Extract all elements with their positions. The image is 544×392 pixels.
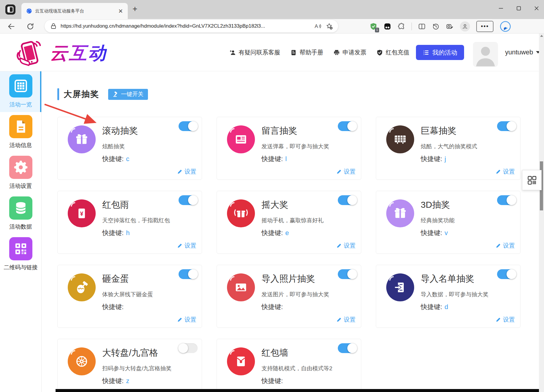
- settings-link[interactable]: 设置: [177, 316, 196, 324]
- username: yuntuweb: [505, 48, 533, 56]
- activity-toggle[interactable]: [338, 269, 357, 279]
- settings-link[interactable]: 设置: [496, 316, 515, 324]
- settings-link[interactable]: 设置: [337, 168, 356, 176]
- document-icon: [9, 115, 32, 138]
- header-nav-item[interactable]: 帮助手册: [290, 48, 323, 56]
- user-menu[interactable]: yuntuweb: [505, 48, 540, 56]
- activity-card[interactable]: 摇大奖 摇动手机，赢取惊喜好礼 快捷键:e 设置: [217, 191, 361, 254]
- activity-card[interactable]: 砸金蛋 体验大屏线下砸金蛋 快捷键: 设置: [57, 265, 202, 328]
- activity-card[interactable]: 导入照片抽奖 发送图片，即可参与抽大奖 快捷键: 设置: [217, 265, 361, 328]
- sidebar-item-grid[interactable]: 活动一览: [0, 71, 41, 112]
- favorites-star-icon[interactable]: [326, 23, 333, 30]
- activity-toggle[interactable]: [179, 343, 198, 353]
- tab-close-icon[interactable]: ✕: [118, 8, 123, 14]
- shortcut-row: 快捷键:: [261, 303, 285, 311]
- browser-titlebar: 云互动现场互动服务平台 ✕ +: [0, 0, 544, 19]
- window-close-button[interactable]: [533, 5, 540, 12]
- lock-icon[interactable]: [50, 23, 57, 30]
- pencil-icon: [496, 317, 501, 322]
- settings-link[interactable]: 设置: [496, 242, 515, 250]
- activity-toggle[interactable]: [497, 121, 516, 131]
- activity-toggle[interactable]: [179, 195, 198, 205]
- shortcut-row: 快捷键:v: [421, 229, 448, 237]
- activity-card[interactable]: 滚动抽奖 炫酷抽奖 快捷键:c 设置: [57, 117, 202, 180]
- my-activities-button[interactable]: 123 我的活动: [416, 45, 464, 60]
- app-launcher-icon: [526, 175, 537, 185]
- activity-toggle[interactable]: [338, 343, 357, 353]
- scroll-up-arrow-icon[interactable]: [540, 35, 543, 37]
- activity-title: 红包雨: [102, 199, 129, 211]
- toolbar-divider: [411, 23, 412, 30]
- activity-toggle[interactable]: [179, 269, 198, 279]
- web-capture-icon[interactable]: [446, 23, 454, 30]
- database-icon: [9, 196, 32, 220]
- address-bar[interactable]: https://hd.yunhudong.cn/hdmanage/hdmodul…: [45, 20, 338, 32]
- activity-card[interactable]: 巨幕抽奖 炫酷，大气的抽奖模式 快捷键:j 设置: [376, 117, 521, 180]
- shortcut-row: 快捷键:: [102, 303, 126, 311]
- activity-toggle[interactable]: [338, 195, 357, 205]
- activity-title: 3D抽奖: [421, 199, 450, 211]
- sidebar-item-gear[interactable]: 活动设置: [0, 153, 41, 193]
- toggle-knob: [347, 343, 357, 353]
- pencil-icon: [337, 169, 342, 174]
- activity-title: 红包墙: [261, 347, 288, 359]
- extensions-puzzle-icon[interactable]: [398, 23, 405, 30]
- adblock-shield-icon[interactable]: 1: [370, 23, 377, 30]
- page-title: 大屏抽奖: [64, 89, 99, 100]
- shortcut-key: d: [444, 303, 448, 311]
- sidebar-item-qrcode[interactable]: 二维码与链接: [0, 234, 41, 275]
- new-tab-button[interactable]: +: [133, 4, 137, 14]
- activity-card[interactable]: 大转盘/九宫格 扫码参与大转盘/九宫格抽奖 快捷键:z 设置: [57, 339, 202, 392]
- nav-item-label: 红包充值: [386, 48, 409, 56]
- settings-link[interactable]: 设置: [337, 242, 356, 250]
- settings-link[interactable]: 设置: [337, 316, 356, 324]
- shortcut-key: v: [444, 229, 448, 237]
- activity-toggle[interactable]: [497, 269, 516, 279]
- read-aloud-icon[interactable]: A: [314, 23, 321, 30]
- floating-apps-widget[interactable]: [522, 170, 542, 190]
- header-nav-item[interactable]: 申请发票: [333, 48, 366, 56]
- activity-card[interactable]: 3D抽奖 经典抽奖功能 快捷键:v 设置: [376, 191, 521, 254]
- browser-tab[interactable]: 云互动现场互动服务平台 ✕: [21, 3, 128, 19]
- header-nav-item[interactable]: 红包充值: [376, 48, 409, 56]
- activity-toggle[interactable]: [338, 121, 357, 131]
- pencil-icon: [177, 243, 182, 248]
- activity-card[interactable]: ¥ 红包雨 天空掉落红包，手指戳红包 快捷键:h 设置: [57, 191, 202, 254]
- logo-text: 云互动: [50, 41, 107, 65]
- sidebar-item-document[interactable]: 活动信息: [0, 112, 41, 153]
- gift-icon: [68, 125, 96, 153]
- activity-toggle[interactable]: [179, 121, 198, 131]
- master-switch-button[interactable]: 一键开关: [108, 89, 148, 100]
- settings-link[interactable]: 设置: [496, 168, 515, 176]
- window-minimize-button[interactable]: [498, 5, 504, 12]
- header-nav-item[interactable]: 有疑问联系客服: [229, 48, 280, 56]
- activity-toggle[interactable]: [497, 195, 516, 205]
- toggle-knob: [188, 195, 198, 205]
- url-text: https://hd.yunhudong.cn/hdmanage/hdmodul…: [61, 23, 314, 29]
- settings-more-icon[interactable]: •••: [476, 21, 493, 32]
- profile-avatar-icon[interactable]: [460, 21, 470, 32]
- tab-actions-icon[interactable]: [5, 4, 15, 15]
- bing-chat-icon[interactable]: [500, 21, 511, 32]
- back-button[interactable]: [7, 22, 15, 31]
- sidebar-item-database[interactable]: 活动数据: [0, 193, 41, 234]
- activity-card[interactable]: 导入名单抽奖 导入数据，即可参与抽大奖 快捷键:d 设置: [376, 265, 521, 328]
- settings-link[interactable]: 设置: [177, 168, 196, 176]
- activity-description: 扫码参与大转盘/九宫格抽奖: [102, 365, 171, 372]
- page-scrollbar[interactable]: [539, 34, 544, 392]
- user-avatar[interactable]: [473, 42, 498, 67]
- window-maximize-button[interactable]: [515, 5, 522, 12]
- gear-icon: [9, 156, 32, 179]
- activity-card[interactable]: 红包墙 支持随机模式，自由模式等2 快捷键: 设置: [217, 339, 361, 392]
- split-screen-icon[interactable]: [418, 23, 426, 30]
- settings-link[interactable]: 设置: [177, 242, 196, 250]
- pencil-icon: [337, 317, 342, 322]
- refresh-button[interactable]: [26, 22, 34, 31]
- pencil-icon: [496, 169, 501, 174]
- extension-domino-icon[interactable]: [384, 23, 391, 30]
- toggle-knob: [507, 195, 516, 205]
- toggle-knob: [347, 195, 357, 205]
- history-icon[interactable]: [432, 23, 440, 30]
- activity-title: 导入照片抽奖: [261, 273, 315, 285]
- activity-card[interactable]: 留言抽奖 发送弹幕，即可参与抽大奖 快捷键:l 设置: [217, 117, 361, 180]
